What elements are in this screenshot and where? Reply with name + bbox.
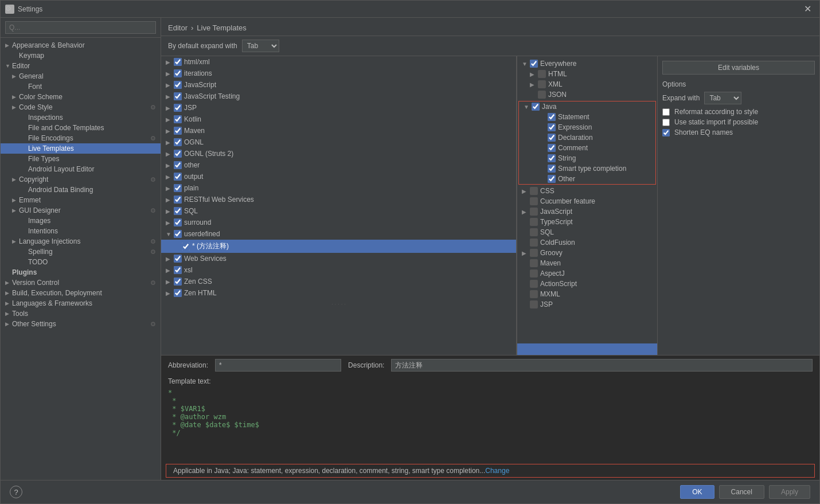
cancel-button[interactable]: Cancel <box>719 485 764 499</box>
sidebar-item-build[interactable]: ▶ Build, Execution, Deployment <box>1 288 161 298</box>
group-checkbox[interactable] <box>174 184 182 192</box>
reformat-checkbox[interactable] <box>662 108 670 116</box>
template-group-ognl-struts[interactable]: ▶ OGNL (Struts 2) <box>161 148 516 159</box>
template-group-ognl[interactable]: ▶ OGNL <box>161 136 516 148</box>
sidebar-item-android-layout[interactable]: Android Layout Editor <box>1 164 161 174</box>
ap-item-cucumber[interactable]: Cucumber feature <box>517 196 657 206</box>
ap-item-xml[interactable]: ▶ XML <box>517 79 657 89</box>
sidebar-item-editor[interactable]: ▼ Editor <box>1 61 161 71</box>
sidebar-item-color-scheme[interactable]: ▶ Color Scheme <box>1 92 161 102</box>
ap-item-smart-type[interactable]: Smart type completion <box>519 163 655 174</box>
ap-item-declaration[interactable]: Declaration <box>519 132 655 143</box>
sidebar-item-images[interactable]: Images <box>1 216 161 226</box>
ap-check-expression[interactable] <box>548 123 556 131</box>
template-group-userdefined[interactable]: ▼ userdefined <box>161 228 516 240</box>
group-checkbox[interactable] <box>174 58 182 66</box>
template-group-jsp[interactable]: ▶ JSP <box>161 102 516 114</box>
abbreviation-input[interactable] <box>215 359 341 372</box>
description-input[interactable] <box>391 359 813 372</box>
ap-item-html[interactable]: ▶ HTML <box>517 69 657 79</box>
group-checkbox[interactable] <box>174 104 182 112</box>
template-group-restful[interactable]: ▶ RESTful Web Services <box>161 194 516 205</box>
ap-item-css[interactable]: ▶ CSS <box>517 186 657 196</box>
ap-item-coldfusion[interactable]: ColdFusion <box>517 237 657 248</box>
sidebar-item-languages[interactable]: ▶ Languages & Frameworks <box>1 298 161 308</box>
template-group-web-services[interactable]: ▶ Web Services <box>161 253 516 264</box>
ap-item-jsp[interactable]: JSP <box>517 299 657 310</box>
ap-item-aspectj[interactable]: AspectJ <box>517 268 657 279</box>
ap-item-mxml[interactable]: MXML <box>517 289 657 299</box>
sidebar-item-todo[interactable]: TODO <box>1 257 161 267</box>
search-input[interactable] <box>5 21 156 34</box>
group-checkbox[interactable] <box>174 207 182 215</box>
ap-item-javascript[interactable]: ▶ JavaScript <box>517 206 657 217</box>
static-import-checkbox[interactable] <box>662 119 670 126</box>
template-group-kotlin[interactable]: ▶ Kotlin <box>161 114 516 125</box>
sidebar-item-inspections[interactable]: Inspections <box>1 112 161 123</box>
sidebar-item-copyright[interactable]: ▶ Copyright ⚙ <box>1 174 161 185</box>
ap-item-actionscript[interactable]: ActionScript <box>517 279 657 289</box>
ap-check-everywhere[interactable] <box>530 60 538 68</box>
item-checkbox[interactable] <box>182 243 190 251</box>
expand-with-select[interactable]: Tab Space Enter <box>704 92 741 104</box>
ap-item-expression[interactable]: Expression <box>519 122 655 132</box>
change-link[interactable]: Change <box>485 467 509 475</box>
sidebar-item-code-style[interactable]: ▶ Code Style ⚙ <box>1 102 161 112</box>
sidebar-item-spelling[interactable]: Spelling ⚙ <box>1 247 161 257</box>
sidebar-item-live-templates[interactable]: Live Templates <box>1 143 161 154</box>
group-checkbox[interactable] <box>174 230 182 238</box>
edit-variables-button[interactable]: Edit variables <box>662 61 815 75</box>
ap-check-string[interactable] <box>548 154 556 162</box>
sidebar-item-version-control[interactable]: ▶ Version Control ⚙ <box>1 278 161 288</box>
apply-button[interactable]: Apply <box>769 485 810 499</box>
template-group-output[interactable]: ▶ output <box>161 171 516 182</box>
sidebar-item-file-templates[interactable]: File and Code Templates <box>1 123 161 133</box>
sidebar-item-tools[interactable]: ▶ Tools <box>1 308 161 319</box>
help-button[interactable]: ? <box>10 486 22 498</box>
template-group-surround[interactable]: ▶ surround <box>161 217 516 228</box>
sidebar-item-plugins[interactable]: Plugins <box>1 267 161 278</box>
shorten-eq-checkbox[interactable] <box>662 129 670 136</box>
ap-item-comment[interactable]: Comment <box>519 143 655 153</box>
close-button[interactable]: ✕ <box>801 2 815 15</box>
sidebar-item-file-encodings[interactable]: File Encodings ⚙ <box>1 133 161 143</box>
group-checkbox[interactable] <box>174 115 182 123</box>
group-checkbox[interactable] <box>174 127 182 135</box>
group-checkbox[interactable] <box>174 138 182 146</box>
ap-item-maven[interactable]: Maven <box>517 258 657 268</box>
group-checkbox[interactable] <box>174 266 182 274</box>
template-group-javascript[interactable]: ▶ JavaScript <box>161 79 516 91</box>
group-checkbox[interactable] <box>174 218 182 226</box>
sidebar-item-language-injections[interactable]: ▶ Language Injections ⚙ <box>1 236 161 247</box>
group-checkbox[interactable] <box>174 69 182 77</box>
ap-item-other-java[interactable]: Other <box>519 174 655 184</box>
template-group-iterations[interactable]: ▶ iterations <box>161 68 516 79</box>
ap-check-other-java[interactable] <box>548 175 556 183</box>
sidebar-item-font[interactable]: Font <box>1 81 161 92</box>
expand-with-select-header[interactable]: Tab Space Enter <box>242 40 279 52</box>
sidebar-item-android-data[interactable]: Android Data Binding <box>1 185 161 195</box>
ok-button[interactable]: OK <box>680 485 714 499</box>
group-checkbox[interactable] <box>174 150 182 158</box>
ap-check-declaration[interactable] <box>548 134 556 142</box>
group-checkbox[interactable] <box>174 289 182 297</box>
sidebar-item-intentions[interactable]: Intentions <box>1 226 161 236</box>
template-group-xsl[interactable]: ▶ xsl <box>161 264 516 276</box>
sidebar-item-gui-designer[interactable]: ▶ GUI Designer ⚙ <box>1 205 161 216</box>
group-checkbox[interactable] <box>174 81 182 89</box>
template-group-maven[interactable]: ▶ Maven <box>161 125 516 136</box>
group-checkbox[interactable] <box>174 92 182 100</box>
group-checkbox[interactable] <box>174 278 182 286</box>
template-group-zen-css[interactable]: ▶ Zen CSS <box>161 276 516 287</box>
ap-item-statement[interactable]: Statement <box>519 112 655 122</box>
ap-item-typescript[interactable]: TypeScript <box>517 217 657 227</box>
sidebar-item-appearance[interactable]: ▶ Appearance & Behavior <box>1 40 161 50</box>
ap-item-json[interactable]: JSON <box>517 89 657 100</box>
ap-item-sql[interactable]: SQL <box>517 227 657 237</box>
template-group-sql[interactable]: ▶ SQL <box>161 205 516 217</box>
sidebar-item-emmet[interactable]: ▶ Emmet <box>1 195 161 205</box>
sidebar-item-other-settings[interactable]: ▶ Other Settings ⚙ <box>1 319 161 329</box>
ap-check-comment[interactable] <box>548 144 556 152</box>
ap-item-everywhere[interactable]: ▼ Everywhere <box>517 58 657 69</box>
sidebar-item-general[interactable]: ▶ General <box>1 71 161 81</box>
